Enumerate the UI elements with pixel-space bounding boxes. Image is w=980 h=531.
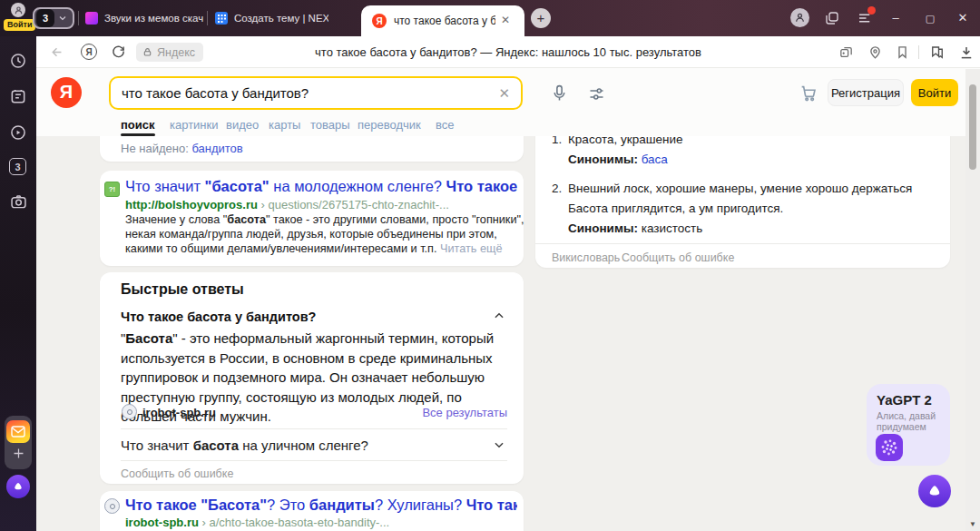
location-pin-icon[interactable] — [867, 44, 883, 60]
not-found-link[interactable]: бандитов — [191, 142, 242, 155]
yagpt-subtitle: придумаем — [877, 421, 926, 432]
clear-search-icon[interactable]: ✕ — [498, 85, 510, 102]
profile-avatar[interactable] — [11, 3, 25, 17]
page-title: что такое басота у бандитов? — Яндекс: н… — [245, 36, 771, 68]
browser-menu-icon[interactable] — [857, 10, 873, 26]
tab-goods[interactable]: товары — [310, 118, 350, 132]
scroll-down-icon[interactable]: ▼ — [969, 520, 976, 528]
browser-profile-icon[interactable] — [790, 8, 809, 27]
cart-icon[interactable] — [799, 83, 818, 103]
result-title-link[interactable]: Что значит "басота" на молодежном сленге… — [125, 177, 517, 195]
yagpt-promo-card[interactable]: YaGPT 2 Алиса, давай придумаем — [867, 384, 950, 466]
report-error-link[interactable]: Сообщить об ошибке — [121, 467, 233, 480]
alice-assistant-button[interactable] — [918, 475, 951, 507]
site-identity-pill[interactable]: Яндекс — [136, 43, 203, 62]
alice-assistant-icon[interactable] — [6, 475, 30, 498]
qa-question-collapsed[interactable]: Что значит басота на уличном сленге? — [121, 438, 368, 453]
screenshot-icon[interactable] — [9, 192, 28, 211]
result-title-link[interactable]: Что такое "Басота"? Это бандиты? Хулиган… — [125, 496, 517, 514]
yagpt-title: YaGPT 2 — [877, 392, 932, 408]
report-error-link[interactable]: Сообщить об ошибке — [622, 251, 734, 264]
tab-images[interactable]: картинки — [170, 118, 219, 132]
register-button[interactable]: Регистрация — [828, 79, 904, 106]
search-result: Что такое "Басота"? Это бандиты? Хулиган… — [100, 491, 524, 531]
yandex-favicon-icon: Я — [372, 14, 387, 28]
yandex-mail-icon[interactable] — [6, 420, 30, 443]
dict-synonyms: Синонимы: баса — [568, 152, 668, 166]
voice-search-icon[interactable] — [550, 84, 569, 103]
search-box[interactable]: что такое басота у бандитов? ✕ — [109, 76, 523, 110]
scrollbar-thumb[interactable] — [969, 84, 976, 170]
site-name: Яндекс — [157, 46, 195, 59]
dict-item-number: 1. — [552, 136, 562, 146]
tab-counter[interactable]: 3 — [33, 7, 74, 29]
tab-title: Создать тему | NEXTRP — [234, 12, 328, 25]
results-area: Не найдено: бандитов ?! Что значит "басо… — [36, 136, 980, 531]
dictionary-card: 1. Красота, украшение Синонимы: баса 2. … — [535, 136, 950, 268]
chevron-up-icon[interactable] — [493, 310, 505, 322]
notification-dot — [867, 6, 876, 15]
browser-login-badge[interactable]: Войти — [4, 19, 35, 31]
dict-item-text: Внешний лоск, хорошие манеры, умение хор… — [568, 182, 912, 195]
search-input[interactable]: что такое басота у бандитов? — [122, 85, 498, 101]
synonym-link[interactable]: баса — [642, 152, 668, 166]
tab-close-icon[interactable]: ✕ — [501, 14, 510, 26]
back-icon[interactable] — [49, 44, 64, 60]
wiktionary-link[interactable]: Викисловарь — [552, 251, 620, 264]
video-icon[interactable] — [9, 123, 27, 142]
browser-window: Войти 3 Звуки из мемов скачать б Создать… — [0, 0, 980, 531]
result-url[interactable]: irobot-spb.ru › a/chto-takoe-basota-eto-… — [125, 516, 389, 529]
memepedia-favicon-icon — [85, 12, 98, 25]
yagpt-subtitle: Алиса, давай — [877, 410, 936, 421]
new-tab-button[interactable]: + — [531, 8, 551, 28]
maximize-button[interactable]: ▢ — [922, 11, 938, 25]
tab-translate[interactable]: переводчик — [358, 118, 421, 132]
quick-answers-heading: Быстрые ответы — [121, 281, 244, 298]
tab-video[interactable]: видео — [226, 118, 259, 132]
not-found-note: Не найдено: бандитов — [121, 142, 243, 155]
yandex-logo[interactable]: Я — [51, 77, 82, 108]
tab-panels-icon[interactable] — [824, 10, 840, 26]
read-more-link[interactable]: Читать ещё — [440, 242, 503, 255]
chevron-down-icon — [57, 13, 68, 24]
page-scrollbar[interactable]: ▼ — [965, 69, 980, 531]
tabs-panel-icon[interactable]: 3 — [9, 158, 26, 175]
split-window-icon[interactable] — [838, 44, 854, 60]
bookmark-icon[interactable] — [895, 44, 910, 60]
refresh-icon[interactable] — [111, 44, 126, 59]
minimize-button[interactable]: – — [887, 11, 904, 25]
login-button[interactable]: Войти — [911, 79, 958, 106]
tab-nextrp[interactable]: Создать тему | NEXTRP — [215, 5, 328, 31]
result-url[interactable]: http://bolshoyvopros.ru › questions/2675… — [125, 198, 449, 211]
browser-titlebar: Войти 3 Звуки из мемов скачать б Создать… — [0, 0, 980, 36]
collections-icon[interactable] — [929, 44, 946, 61]
download-icon[interactable] — [958, 44, 975, 61]
result-snippet: Значение у слова "басота" такое - это др… — [125, 213, 526, 256]
qa-source-link[interactable]: irobot-spb.ru — [142, 406, 216, 419]
irobot-favicon-icon — [122, 404, 137, 419]
close-button[interactable]: ✕ — [955, 11, 971, 25]
history-icon[interactable] — [9, 52, 27, 70]
search-header: Я что такое басота у бандитов? ✕ Регистр… — [36, 68, 980, 136]
tab-search[interactable]: поиск — [121, 118, 155, 132]
tab-active-search[interactable]: Я что такое басота у бан ✕ — [361, 5, 524, 36]
yandex-services-icon[interactable]: Я — [81, 44, 97, 60]
search-settings-icon[interactable] — [587, 84, 606, 103]
search-result: ?! Что значит "басота" на молодежном сле… — [100, 171, 524, 266]
add-widget-icon[interactable] — [11, 446, 26, 461]
tab-title: Звуки из мемов скачать б — [104, 12, 203, 25]
nextrp-favicon-icon — [215, 12, 228, 25]
qa-question-expanded[interactable]: Что такое басота у бандитов? — [121, 310, 316, 324]
tab-all[interactable]: все — [436, 118, 455, 132]
all-results-link[interactable]: Все результаты — [422, 406, 507, 419]
dict-item-text: Красота, украшение — [568, 136, 683, 146]
tab-memepedia[interactable]: Звуки из мемов скачать б — [85, 5, 203, 31]
dict-synonyms: Синонимы: казистость — [568, 221, 702, 235]
lock-icon — [142, 47, 152, 57]
bolshoyvopros-favicon-icon: ?! — [104, 182, 120, 197]
dict-item-number: 2. — [552, 182, 562, 195]
widget-dock — [5, 416, 32, 469]
tab-maps[interactable]: карты — [269, 118, 300, 132]
chevron-down-icon[interactable] — [493, 438, 505, 451]
feed-icon[interactable] — [9, 87, 27, 105]
